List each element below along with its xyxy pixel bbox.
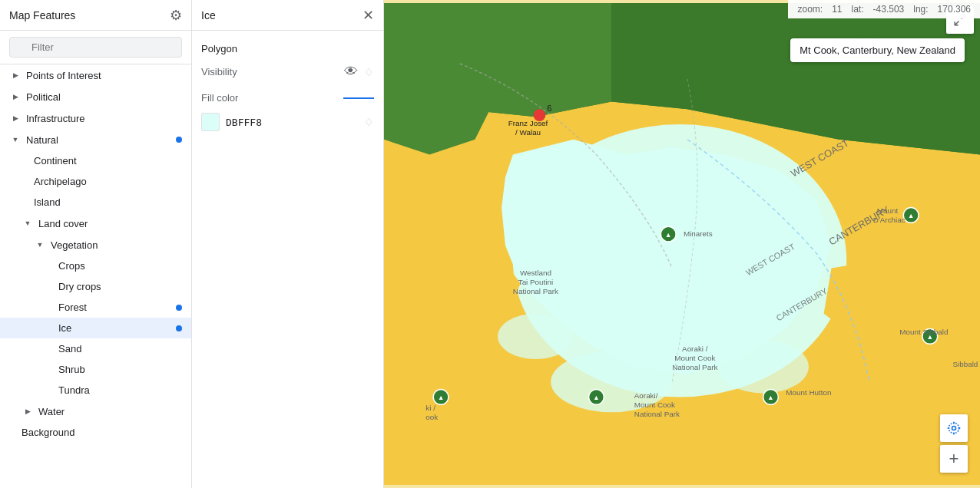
sidebar-item-forest[interactable]: Forest <box>0 297 191 318</box>
svg-text:▲: ▲ <box>908 212 915 219</box>
detail-header: Ice ✕ <box>192 0 383 31</box>
svg-text:National Park: National Park <box>634 410 680 418</box>
sidebar-item-points-of-interest[interactable]: ▶Points of Interest <box>0 64 191 86</box>
sidebar-item-vegetation[interactable]: ▼Vegetation <box>0 234 191 256</box>
fill-color-row: Fill color <box>201 92 374 104</box>
sidebar-item-political[interactable]: ▶Political <box>0 86 191 107</box>
sidebar-item-label: Tundra <box>58 384 182 396</box>
sidebar-item-natural[interactable]: ▼Natural <box>0 129 191 150</box>
sidebar-item-label: Crops <box>58 260 182 272</box>
svg-text:▲: ▲ <box>438 394 445 401</box>
sidebar-item-label: Water <box>38 406 182 417</box>
tree-items: ▶Points of Interest▶Political▶Infrastruc… <box>0 64 191 488</box>
svg-text:Aoraki /: Aoraki / <box>682 345 708 353</box>
eye-icon[interactable]: 👁 <box>344 64 358 80</box>
chevron-icon: ▶ <box>9 69 22 81</box>
location-button[interactable] <box>940 414 968 442</box>
map-area: zoom: 11 lat: -43.503 lng: 170.306 6 <box>384 0 980 488</box>
sidebar-item-shrub[interactable]: Shrub <box>0 359 191 380</box>
sidebar-item-island[interactable]: Island <box>0 192 191 213</box>
sidebar-item-label: Shrub <box>58 364 182 375</box>
filter-wrap: ☰ <box>9 37 182 58</box>
active-dot <box>176 137 182 143</box>
lat-value: -43.503 <box>873 4 905 15</box>
sidebar-item-label: Archipelago <box>34 176 182 187</box>
svg-text:ki /: ki / <box>425 404 435 412</box>
zoom-value: 11 <box>832 4 842 15</box>
chevron-icon: ▼ <box>34 239 46 251</box>
sidebar-item-sand[interactable]: Sand <box>0 338 191 359</box>
svg-text:Minarets: Minarets <box>684 229 713 238</box>
sidebar-item-label: Vegetation <box>51 239 182 251</box>
svg-text:National Park: National Park <box>672 363 717 371</box>
sidebar-item-archipelago[interactable]: Archipelago <box>0 171 191 192</box>
visibility-row: Visibility 👁 ♢ <box>201 64 374 80</box>
sidebar-item-dry-crops[interactable]: Dry crops <box>0 276 191 297</box>
sidebar-item-label: Forest <box>58 302 176 313</box>
active-dot <box>176 305 182 311</box>
color-diamond-icon[interactable]: ♢ <box>364 116 374 128</box>
active-dot <box>176 325 182 331</box>
svg-text:Mount Sibbald: Mount Sibbald <box>899 328 948 336</box>
sidebar-header: Map Features ⚙ <box>0 0 191 31</box>
detail-body: Polygon Visibility 👁 ♢ Fill color DBFFF8… <box>192 31 383 143</box>
map-canvas: 6 Franz Josef / Walau WEST COAST CANTERB… <box>384 0 980 488</box>
sidebar-item-label: Political <box>26 91 182 103</box>
sidebar-item-water[interactable]: ▶Water <box>0 401 191 422</box>
fill-color-label: Fill color <box>201 92 238 104</box>
zoom-in-button[interactable]: + <box>940 445 968 473</box>
sidebar-item-tundra[interactable]: Tundra <box>0 380 191 401</box>
svg-text:Tai Poutini: Tai Poutini <box>518 278 554 286</box>
svg-text:Mount Cook: Mount Cook <box>634 401 675 409</box>
map-info-bar: zoom: 11 lat: -43.503 lng: 170.306 <box>788 0 980 18</box>
gear-icon[interactable]: ⚙ <box>170 7 182 24</box>
sidebar-item-crops[interactable]: Crops <box>0 256 191 276</box>
filter-input[interactable] <box>9 37 182 58</box>
color-swatch-row: DBFFF8 ♢ <box>201 113 374 131</box>
fill-color-line <box>343 97 374 99</box>
svg-text:ook: ook <box>425 413 438 421</box>
sidebar-item-infrastructure[interactable]: ▶Infrastructure <box>0 107 191 129</box>
svg-point-7 <box>717 340 808 393</box>
visibility-label: Visibility <box>201 66 237 77</box>
filter-bar: ☰ <box>0 31 191 64</box>
color-hex-input[interactable]: DBFFF8 <box>226 117 281 128</box>
chevron-icon: ▶ <box>9 112 22 124</box>
sidebar-item-label: Infrastructure <box>26 113 182 124</box>
sidebar-item-land-cover[interactable]: ▼Land cover <box>0 213 191 234</box>
svg-point-53 <box>949 423 958 433</box>
lng-value: 170.306 <box>938 4 971 15</box>
lat-label: lat: <box>852 4 864 15</box>
sidebar-item-label: Dry crops <box>58 281 182 292</box>
visibility-diamond-icon[interactable]: ♢ <box>364 66 374 78</box>
svg-text:▲: ▲ <box>767 394 774 401</box>
sidebar-item-label: Sand <box>58 343 182 354</box>
sidebar-item-label: Ice <box>58 322 176 334</box>
map-controls: + <box>940 414 968 473</box>
svg-text:Sibbald: Sibbald <box>952 360 978 368</box>
location-badge: Mt Cook, Canterbury, New Zealand <box>790 38 965 62</box>
svg-text:Westland: Westland <box>520 269 551 277</box>
svg-text:Mount: Mount <box>877 207 899 216</box>
sidebar-item-background[interactable]: Background <box>0 422 191 443</box>
polygon-section-title: Polygon <box>201 43 374 54</box>
svg-text:▲: ▲ <box>593 394 600 401</box>
location-text: Mt Cook, Canterbury, New Zealand <box>800 45 955 56</box>
sidebar-item-ice[interactable]: Ice <box>0 318 191 338</box>
svg-line-51 <box>955 21 958 25</box>
svg-text:▲: ▲ <box>665 231 672 239</box>
sidebar-item-label: Island <box>34 196 182 208</box>
chevron-icon: ▶ <box>22 405 34 417</box>
detail-title: Ice <box>201 9 216 21</box>
svg-text:/ Walau: / Walau <box>515 128 541 137</box>
chevron-icon: ▼ <box>22 217 34 229</box>
sidebar-item-label: Points of Interest <box>26 70 182 81</box>
sidebar: Map Features ⚙ ☰ ▶Points of Interest▶Pol… <box>0 0 192 488</box>
svg-text:Aoraki/: Aoraki/ <box>634 391 658 400</box>
color-swatch[interactable] <box>201 113 220 131</box>
svg-text:Mount Hutton: Mount Hutton <box>786 388 831 397</box>
sidebar-item-continent[interactable]: Continent <box>0 150 191 171</box>
close-icon[interactable]: ✕ <box>363 7 374 24</box>
svg-point-52 <box>952 427 956 430</box>
chevron-icon: ▶ <box>9 91 22 103</box>
